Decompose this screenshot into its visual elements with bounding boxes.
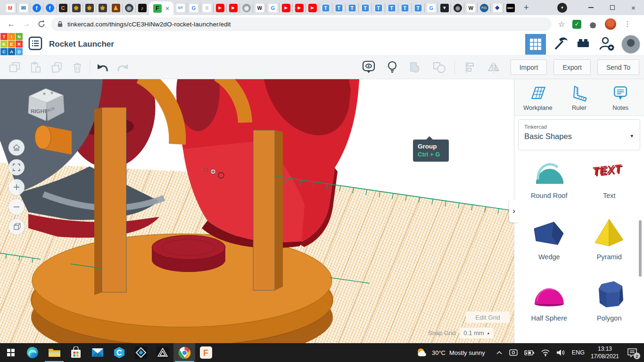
tab-crest[interactable]: ♚	[69, 3, 83, 13]
notification-center-button[interactable]: 2	[625, 346, 639, 360]
window-minimize-button[interactable]	[580, 0, 602, 15]
tab-dark-swirl[interactable]: ◉	[451, 3, 464, 13]
workplane-tool[interactable]: Workplane	[518, 84, 558, 111]
tab-tinkercad[interactable]: T	[358, 3, 372, 13]
active-tab-tinkercad[interactable]: F ×	[149, 1, 173, 15]
tab-outlook[interactable]: ✉	[17, 3, 30, 13]
undo-button[interactable]	[92, 59, 113, 75]
wifi-icon[interactable]	[541, 349, 550, 356]
tab-wikipedia[interactable]: W	[253, 3, 266, 13]
tray-expand-icon[interactable]	[496, 350, 503, 355]
redo-button[interactable]	[113, 59, 133, 75]
shape-polygon[interactable]: Polygon	[579, 278, 640, 322]
tab-youtube[interactable]: ▶	[213, 3, 226, 13]
language-indicator[interactable]: ENG	[572, 349, 585, 356]
shape-round-roof[interactable]: Round Roof	[519, 155, 579, 199]
3d-model[interactable]	[0, 79, 514, 343]
tinkercad-logo[interactable]: T I N K E R C A D	[0, 33, 23, 56]
browser-profile-avatar[interactable]	[605, 18, 616, 30]
taskbar-weather[interactable]: 30°C Mostly sunny	[416, 347, 485, 358]
copy-button[interactable]	[5, 59, 25, 75]
edit-grid-button[interactable]: Edit Grid	[466, 312, 510, 323]
tab-bbc[interactable]: BBC	[504, 3, 517, 13]
design-title[interactable]: Rocket Launcher	[49, 40, 114, 49]
delete-button[interactable]	[67, 59, 88, 75]
tab-tinkercad[interactable]: T	[398, 3, 411, 13]
notes-tool[interactable]: Notes	[600, 84, 641, 111]
panel-collapse-handle[interactable]: ›	[509, 200, 519, 222]
shape-text[interactable]: TEXTTEXT Text	[579, 155, 640, 199]
tab-crest[interactable]: ♚	[83, 3, 96, 13]
ruler-tool[interactable]: Ruler	[559, 84, 599, 111]
forward-button[interactable]: →	[19, 16, 34, 32]
extension-check-icon[interactable]: ✓	[572, 20, 581, 29]
tab-p21[interactable]: P21	[477, 3, 490, 13]
tab-tinkercad[interactable]: T	[372, 3, 385, 13]
tab-google[interactable]: G	[187, 3, 200, 13]
meet-now-icon[interactable]	[509, 349, 518, 356]
tab-youtube[interactable]: ▶	[305, 3, 319, 13]
media-controls-icon[interactable]: ▾	[557, 3, 567, 13]
zoom-in-button[interactable]	[8, 179, 25, 195]
tab-wikipedia[interactable]: W	[464, 3, 477, 13]
taskbar-meshmixer[interactable]	[152, 343, 173, 362]
volume-icon[interactable]	[556, 349, 566, 356]
group-button[interactable]	[405, 59, 426, 75]
tips-button[interactable]	[382, 59, 403, 75]
design-menu-button[interactable]	[28, 36, 42, 52]
tab-letter-c[interactable]: C	[56, 3, 69, 13]
tab-google[interactable]: G	[266, 3, 279, 13]
taskbar-file-explorer[interactable]	[43, 343, 65, 362]
sidebar-scrollbar[interactable]	[639, 220, 642, 277]
tab-close-icon[interactable]: ×	[165, 5, 169, 12]
zoom-out-button[interactable]	[8, 199, 25, 215]
browser-menu-icon[interactable]: ⋮	[624, 20, 631, 28]
align-button[interactable]	[460, 59, 480, 75]
tab-gmail[interactable]: M	[4, 3, 17, 13]
tab-orange-crest[interactable]: ♟	[109, 3, 122, 13]
tab-crest[interactable]: ♚	[96, 3, 109, 13]
taskbar-mail[interactable]	[87, 343, 108, 362]
3d-viewport[interactable]: RIGHT BACK Edit Grid Snap Grid 0.1 mm ▴	[0, 79, 514, 343]
tab-tinkercad[interactable]: T	[332, 3, 345, 13]
minecraft-export-button[interactable]	[553, 35, 569, 53]
back-button[interactable]: ←	[4, 16, 19, 32]
tab-gt[interactable]: GT	[174, 3, 187, 13]
mirror-button[interactable]	[483, 59, 504, 75]
taskbar-edge[interactable]	[22, 343, 43, 362]
shape-half-sphere[interactable]: Half Sphere	[519, 278, 579, 322]
send-to-button[interactable]: Send To	[597, 59, 639, 75]
tab-tinkercad[interactable]: T	[345, 3, 358, 13]
tab-globe[interactable]: ◉	[239, 3, 253, 13]
shape-pyramid[interactable]: Pyramid	[579, 216, 640, 261]
tab-tinkercad[interactable]: T	[411, 3, 424, 13]
home-view-button[interactable]	[8, 140, 25, 156]
reload-button[interactable]	[34, 16, 49, 32]
share-user-button[interactable]	[598, 35, 615, 54]
taskbar-cura[interactable]: C	[108, 343, 130, 362]
perspective-toggle-button[interactable]	[8, 219, 25, 235]
new-tab-button[interactable]: +	[520, 1, 533, 14]
snap-grid-dropdown[interactable]: 0.1 mm ▴	[459, 327, 494, 339]
tab-blue-bird[interactable]: ❖	[490, 3, 504, 13]
window-close-button[interactable]: ×	[623, 0, 644, 15]
start-button[interactable]	[0, 343, 22, 362]
import-button[interactable]: Import	[511, 59, 547, 75]
shape-library-dropdown[interactable]: Tinkercad Basic Shapes ▾	[518, 119, 640, 150]
tab-facebook[interactable]: f	[30, 3, 43, 13]
taskbar-clock[interactable]: 13:13 17/08/2021	[591, 345, 619, 360]
ungroup-button[interactable]	[429, 59, 450, 75]
duplicate-button[interactable]	[46, 59, 67, 75]
tab-youtube[interactable]: ▶	[226, 3, 239, 13]
taskbar-slicer[interactable]	[130, 343, 152, 362]
tab-dark-media[interactable]: ♪	[135, 3, 149, 13]
window-maximize-button[interactable]	[602, 0, 623, 15]
view-cube[interactable]: RIGHT BACK	[25, 83, 68, 126]
dashboard-grid-button[interactable]	[525, 34, 546, 55]
taskbar-ms-store[interactable]	[65, 343, 87, 362]
extensions-puzzle-icon[interactable]	[589, 20, 597, 28]
show-all-button[interactable]	[358, 59, 379, 75]
tab-dark-triangle[interactable]: ▼	[438, 3, 451, 13]
tab-google[interactable]: G	[424, 3, 438, 13]
fit-view-button[interactable]	[8, 159, 25, 175]
